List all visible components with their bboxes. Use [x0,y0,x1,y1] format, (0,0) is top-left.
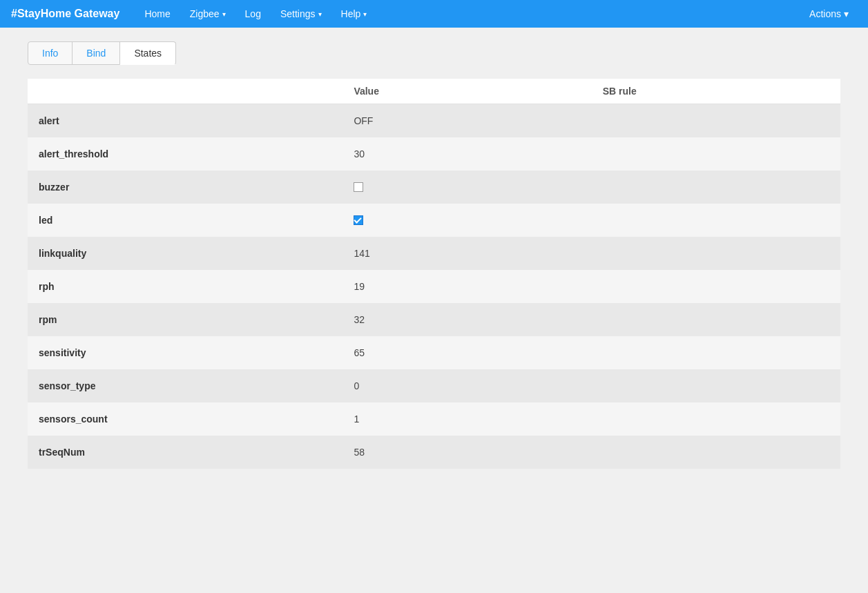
nav-help[interactable]: Help ▾ [333,3,376,25]
row-name: rph [28,270,343,303]
row-sbrule [592,104,840,138]
row-value: 1 [343,402,591,436]
col-header-value: Value [343,79,591,104]
row-sbrule [592,204,840,237]
table-row: buzzer [28,171,840,204]
table-row: rph19 [28,270,840,303]
navbar: #StayHome Gateway Home Zigbee ▾ Log Sett… [0,0,868,28]
row-sbrule [592,171,840,204]
row-sbrule [592,436,840,469]
table-row: led [28,204,840,237]
row-value: 141 [343,237,591,270]
table-row: linkquality141 [28,237,840,270]
row-sbrule [592,237,840,270]
row-value[interactable] [343,171,591,204]
table-row: trSeqNum58 [28,436,840,469]
table-row: sensitivity65 [28,336,840,369]
row-sbrule [592,369,840,402]
checkbox-checked-icon[interactable] [354,215,363,225]
table-header-row: Value SB rule [28,79,840,104]
row-value: 19 [343,270,591,303]
row-name: rpm [28,303,343,336]
table-row: sensor_type0 [28,369,840,402]
main-content: Info Bind States Value SB rule alertOFFa… [0,28,868,593]
states-table: Value SB rule alertOFFalert_threshold30b… [28,79,840,469]
row-name: alert_threshold [28,137,343,171]
row-name: buzzer [28,171,343,204]
nav-log[interactable]: Log [237,3,269,25]
row-value: OFF [343,104,591,138]
tab-info[interactable]: Info [28,41,73,65]
row-name: led [28,204,343,237]
settings-dropdown-icon: ▾ [318,10,322,18]
row-value: 30 [343,137,591,171]
nav-menu: Home Zigbee ▾ Log Settings ▾ Help ▾ [136,3,801,25]
actions-dropdown-icon: ▾ [844,8,849,19]
actions-menu[interactable]: Actions ▾ [801,3,857,25]
zigbee-dropdown-icon: ▾ [222,10,226,18]
nav-home[interactable]: Home [136,3,178,25]
row-sbrule [592,402,840,436]
table-row: alertOFF [28,104,840,138]
row-name: sensors_count [28,402,343,436]
col-header-name [28,79,343,104]
help-dropdown-icon: ▾ [363,10,367,18]
tab-bind[interactable]: Bind [72,41,120,65]
row-sbrule [592,303,840,336]
row-name: linkquality [28,237,343,270]
tab-bar: Info Bind States [28,41,840,65]
row-value: 58 [343,436,591,469]
nav-settings[interactable]: Settings ▾ [272,3,330,25]
row-sbrule [592,137,840,171]
row-value: 32 [343,303,591,336]
row-sbrule [592,270,840,303]
table-row: sensors_count1 [28,402,840,436]
row-sbrule [592,336,840,369]
tab-states[interactable]: States [119,41,176,65]
row-name: sensitivity [28,336,343,369]
app-brand[interactable]: #StayHome Gateway [11,8,119,20]
table-row: alert_threshold30 [28,137,840,171]
nav-zigbee[interactable]: Zigbee ▾ [182,3,234,25]
row-name: alert [28,104,343,138]
col-header-sbrule: SB rule [592,79,840,104]
row-value: 0 [343,369,591,402]
table-row: rpm32 [28,303,840,336]
row-name: sensor_type [28,369,343,402]
row-value: 65 [343,336,591,369]
checkbox-unchecked-icon[interactable] [354,182,363,192]
row-value[interactable] [343,204,591,237]
row-name: trSeqNum [28,436,343,469]
